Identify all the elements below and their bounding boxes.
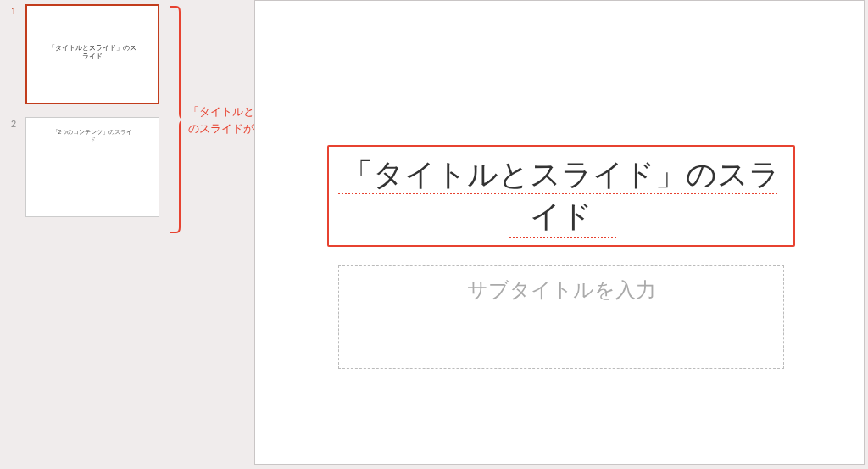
slide-editor[interactable]: 「タイトルとスライド」のスライド サブタイトルを入力 [254, 0, 865, 465]
thumbnail-slide-2[interactable]: 「2つのコンテンツ」のスライ ド [25, 117, 159, 217]
slide-title-text: 「タイトルとスライド」のスライド [337, 154, 785, 237]
subtitle-placeholder-text: サブタイトルを入力 [467, 276, 656, 304]
title-placeholder[interactable]: 「タイトルとスライド」のスライド [327, 145, 795, 247]
thumbnail-slide-1[interactable]: 「タイトルとスライド」のス ライド [25, 4, 159, 104]
thumbnail-title: 「2つのコンテンツ」のスライ ド [53, 128, 133, 143]
panel-divider [170, 0, 170, 469]
bracket-icon [170, 5, 181, 234]
thumbnail-row-1: 1 「タイトルとスライド」のス ライド [0, 4, 170, 104]
thumbnail-row-2: 2 「2つのコンテンツ」のスライ ド [0, 117, 170, 217]
thumbnail-number: 2 [7, 117, 20, 129]
thumbnail-title: 「タイトルとスライド」のス ライド [48, 44, 136, 62]
slide-thumbnail-panel: 1 「タイトルとスライド」のス ライド 2 「2つのコンテンツ」のスライ ド [0, 0, 170, 469]
subtitle-placeholder[interactable]: サブタイトルを入力 [338, 265, 784, 369]
thumbnail-number: 1 [7, 4, 20, 16]
